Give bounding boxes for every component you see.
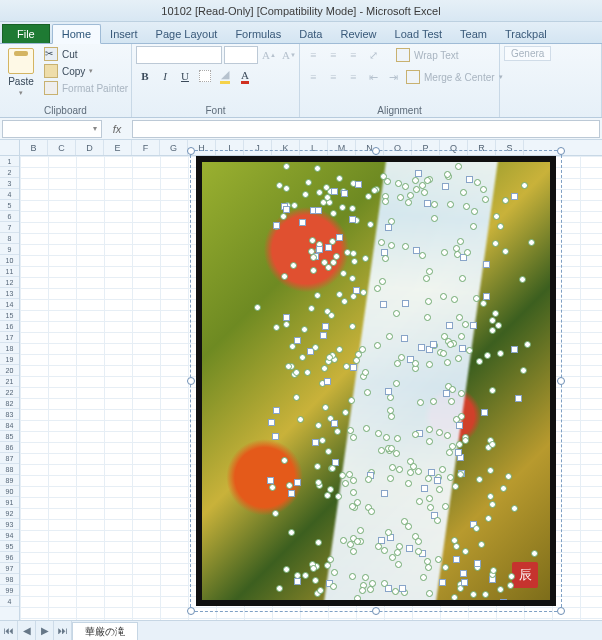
control-point[interactable] [291, 371, 298, 378]
selection-handle[interactable] [187, 377, 195, 385]
control-point[interactable] [327, 415, 334, 422]
control-point[interactable] [490, 567, 497, 574]
control-point[interactable] [314, 463, 321, 470]
row-header[interactable]: 95 [0, 541, 19, 552]
control-point[interactable] [524, 341, 531, 348]
control-point[interactable] [489, 571, 496, 578]
row-header[interactable]: 13 [0, 288, 19, 299]
wrap-text-button[interactable]: Wrap Text [394, 47, 461, 63]
control-point[interactable] [304, 369, 311, 376]
row-header[interactable]: 3 [0, 178, 19, 189]
control-point[interactable] [339, 204, 346, 211]
control-point[interactable] [312, 344, 319, 351]
control-point[interactable] [325, 358, 332, 365]
control-point[interactable] [254, 304, 261, 311]
control-point[interactable] [342, 409, 349, 416]
control-point[interactable] [269, 484, 276, 491]
control-point[interactable] [324, 378, 331, 385]
control-point[interactable] [315, 422, 322, 429]
row-header[interactable]: 19 [0, 354, 19, 365]
control-point[interactable] [289, 343, 296, 350]
control-point[interactable] [329, 465, 336, 472]
control-point[interactable] [273, 324, 280, 331]
fill-color-button[interactable]: ◢ [216, 67, 234, 85]
control-point[interactable] [293, 394, 300, 401]
control-point[interactable] [336, 175, 343, 182]
control-point[interactable] [511, 346, 518, 353]
control-point[interactable] [371, 187, 378, 194]
control-point[interactable] [330, 259, 337, 266]
row-header[interactable]: 7 [0, 222, 19, 233]
row-header[interactable]: 4 [0, 189, 19, 200]
control-point[interactable] [511, 505, 518, 512]
control-point[interactable] [350, 293, 357, 300]
row-header[interactable]: 88 [0, 464, 19, 475]
control-point[interactable] [320, 199, 327, 206]
control-point[interactable] [462, 548, 469, 555]
column-header[interactable]: C [48, 140, 76, 155]
control-point[interactable] [280, 213, 287, 220]
copy-button[interactable]: Copy ▾ [42, 63, 130, 79]
insert-function-button[interactable]: fx [104, 123, 130, 135]
increase-indent-button[interactable]: ⇥ [384, 68, 402, 86]
control-point[interactable] [310, 207, 317, 214]
control-point[interactable] [353, 217, 360, 224]
control-point[interactable] [272, 510, 279, 517]
control-point[interactable] [476, 476, 483, 483]
number-format-select[interactable]: Genera [504, 46, 551, 61]
control-point[interactable] [511, 193, 518, 200]
control-point[interactable] [331, 420, 338, 427]
control-point[interactable] [301, 326, 308, 333]
tab-insert[interactable]: Insert [101, 25, 147, 43]
row-header[interactable]: 97 [0, 563, 19, 574]
decrease-indent-button[interactable]: ⇤ [364, 68, 382, 86]
paste-button[interactable]: Paste ▾ [4, 46, 38, 99]
control-point[interactable] [457, 585, 464, 592]
control-point[interactable] [272, 433, 279, 440]
control-point[interactable] [453, 556, 460, 563]
control-point[interactable] [489, 327, 496, 334]
selection-handle[interactable] [187, 147, 195, 155]
control-point[interactable] [373, 186, 380, 193]
control-point[interactable] [319, 380, 326, 387]
control-point[interactable] [324, 492, 331, 499]
row-header[interactable]: 12 [0, 277, 19, 288]
control-point[interactable] [294, 337, 301, 344]
control-point[interactable] [281, 273, 288, 280]
control-point[interactable] [332, 459, 339, 466]
control-point[interactable] [341, 190, 348, 197]
column-header[interactable]: G [160, 140, 188, 155]
control-point[interactable] [312, 439, 319, 446]
control-point[interactable] [349, 323, 356, 330]
control-point[interactable] [353, 287, 360, 294]
control-point[interactable] [474, 564, 481, 571]
control-point[interactable] [309, 561, 316, 568]
control-point[interactable] [316, 189, 323, 196]
selection-handle[interactable] [187, 607, 195, 615]
control-point[interactable] [470, 591, 477, 598]
control-point[interactable] [291, 202, 298, 209]
control-point[interactable] [457, 581, 464, 588]
control-point[interactable] [365, 193, 372, 200]
row-header[interactable]: 89 [0, 475, 19, 486]
control-point[interactable] [310, 565, 317, 572]
sheet-tab[interactable]: 華厳の滝 [72, 622, 138, 640]
control-point[interactable] [322, 404, 329, 411]
control-point[interactable] [305, 179, 312, 186]
control-point[interactable] [355, 181, 362, 188]
control-point[interactable] [317, 587, 324, 594]
control-point[interactable] [315, 207, 322, 214]
control-point[interactable] [308, 305, 315, 312]
control-point[interactable] [313, 563, 320, 570]
control-point[interactable] [362, 255, 369, 262]
control-point[interactable] [267, 477, 274, 484]
control-point[interactable] [336, 234, 343, 241]
row-header[interactable]: 8 [0, 233, 19, 244]
row-header[interactable]: 94 [0, 530, 19, 541]
control-point[interactable] [497, 223, 504, 230]
row-header[interactable]: 6 [0, 211, 19, 222]
column-header[interactable]: F [132, 140, 160, 155]
control-point[interactable] [457, 471, 464, 478]
control-point[interactable] [330, 210, 337, 217]
control-point[interactable] [315, 539, 322, 546]
